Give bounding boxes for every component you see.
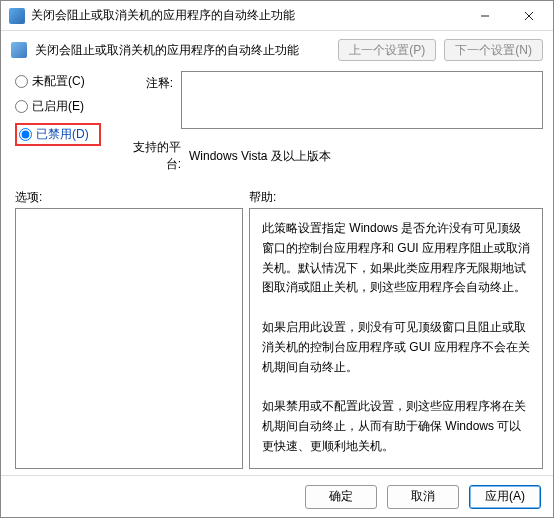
next-setting-button[interactable]: 下一个设置(N) (444, 39, 543, 61)
platform-value: Windows Vista 及以上版本 (189, 148, 331, 165)
radio-disabled[interactable]: 已禁用(D) (15, 123, 101, 146)
options-label: 选项: (15, 189, 249, 206)
radio-not-configured[interactable]: 未配置(C) (15, 73, 101, 90)
panes: 此策略设置指定 Windows 是否允许没有可见顶级窗口的控制台应用程序和 GU… (15, 208, 543, 469)
titlebar: 关闭会阻止或取消关机的应用程序的自动终止功能 (1, 1, 553, 31)
comment-input[interactable] (181, 71, 543, 129)
radio-not-configured-label: 未配置(C) (32, 73, 85, 90)
comment-row: 注释: (119, 71, 543, 129)
prev-setting-button[interactable]: 上一个设置(P) (338, 39, 436, 61)
window-title: 关闭会阻止或取消关机的应用程序的自动终止功能 (31, 7, 463, 24)
ok-button[interactable]: 确定 (305, 485, 377, 509)
radio-enabled[interactable]: 已启用(E) (15, 98, 101, 115)
radio-disabled-input[interactable] (19, 128, 32, 141)
radio-enabled-input[interactable] (15, 100, 28, 113)
right-column: 注释: 支持的平台: Windows Vista 及以上版本 (119, 71, 543, 173)
apply-button[interactable]: 应用(A) (469, 485, 541, 509)
minimize-button[interactable] (463, 2, 507, 30)
policy-icon (11, 42, 27, 58)
help-pane[interactable]: 此策略设置指定 Windows 是否允许没有可见顶级窗口的控制台应用程序和 GU… (249, 208, 543, 469)
header-row: 关闭会阻止或取消关机的应用程序的自动终止功能 上一个设置(P) 下一个设置(N) (1, 31, 553, 71)
radio-group: 未配置(C) 已启用(E) 已禁用(D) (15, 71, 101, 173)
radio-not-configured-input[interactable] (15, 75, 28, 88)
help-label: 帮助: (249, 189, 276, 206)
radio-disabled-label: 已禁用(D) (36, 126, 89, 143)
cancel-button[interactable]: 取消 (387, 485, 459, 509)
content-area: 未配置(C) 已启用(E) 已禁用(D) 注释: 支持的平台: Windows … (1, 71, 553, 475)
app-icon (9, 8, 25, 24)
policy-desc: 关闭会阻止或取消关机的应用程序的自动终止功能 (35, 42, 330, 59)
options-pane (15, 208, 243, 469)
footer: 确定 取消 应用(A) (1, 475, 553, 517)
platform-row: 支持的平台: Windows Vista 及以上版本 (119, 139, 543, 173)
section-labels: 选项: 帮助: (15, 189, 543, 206)
upper-form: 未配置(C) 已启用(E) 已禁用(D) 注释: 支持的平台: Windows … (15, 71, 543, 173)
radio-enabled-label: 已启用(E) (32, 98, 84, 115)
close-button[interactable] (507, 2, 551, 30)
platform-label: 支持的平台: (119, 139, 181, 173)
comment-label: 注释: (119, 71, 173, 129)
